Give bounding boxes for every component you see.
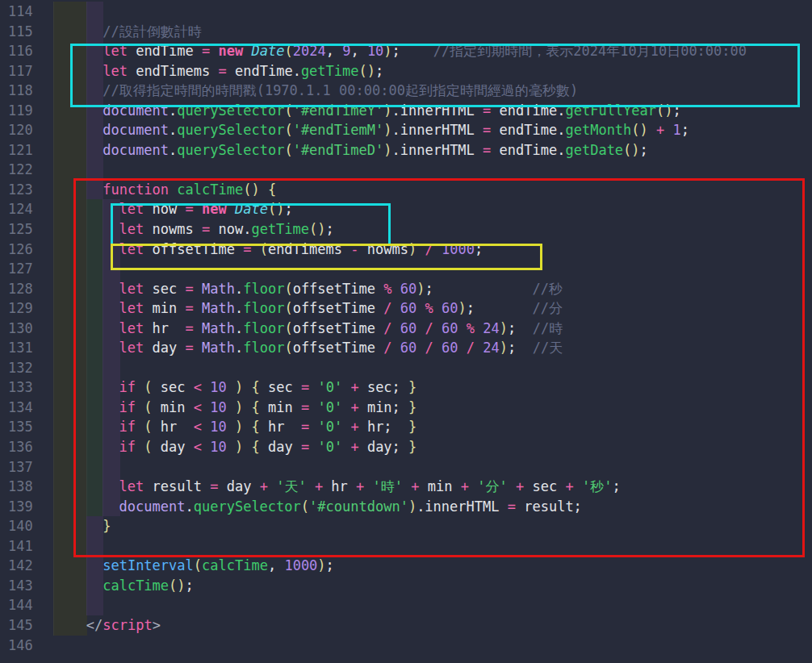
- line-number[interactable]: 126: [0, 240, 53, 260]
- code-line[interactable]: 132: [0, 358, 812, 378]
- code-token: [391, 320, 400, 336]
- line-number[interactable]: 114: [0, 2, 53, 22]
- code-editor[interactable]: 114115//設計倒數計時116let endTime = new Date(…: [0, 0, 812, 663]
- line-number[interactable]: 146: [0, 636, 53, 656]
- code-line[interactable]: 124let now = new Date();: [0, 199, 812, 219]
- code-token: if: [119, 419, 136, 435]
- code-token: (: [284, 300, 292, 316]
- code-line[interactable]: 114: [0, 2, 812, 22]
- code-line[interactable]: 135if ( hr < 10 ) { hr = '0' + hr; }: [0, 417, 812, 437]
- code-token: =: [186, 281, 194, 297]
- code-line[interactable]: 145</script>: [0, 615, 812, 636]
- line-number[interactable]: 122: [0, 160, 53, 180]
- code-line[interactable]: 129let min = Math.floor(offsetTime / 60 …: [0, 298, 812, 319]
- code-line[interactable]: 131let day = Math.floor(offsetTime / 60 …: [0, 338, 812, 358]
- code-token: =: [186, 320, 194, 336]
- code-line[interactable]: 118//取得指定時間的時間戳(1970.1.1 00:00:00起到指定時間經…: [0, 81, 812, 101]
- line-number[interactable]: 138: [0, 477, 53, 497]
- code-token: 60: [400, 281, 416, 297]
- code-token: [309, 419, 317, 435]
- code-line[interactable]: 136if ( day < 10 ) { day = '0' + day; }: [0, 437, 812, 457]
- code-line[interactable]: 117let endTimems = endTime.getTime();: [0, 61, 812, 81]
- code-line[interactable]: 146: [0, 636, 812, 656]
- code-line[interactable]: 133if ( sec < 10 ) { sec = '0' + sec; }: [0, 377, 812, 398]
- line-number[interactable]: 120: [0, 120, 53, 140]
- code-line[interactable]: 128let sec = Math.floor(offsetTime % 60)…: [0, 279, 812, 299]
- code-token: 60: [442, 320, 458, 336]
- code-line[interactable]: 140}: [0, 516, 812, 536]
- code-line[interactable]: 123function calcTime() {: [0, 180, 812, 200]
- code-line[interactable]: 120document.querySelector('#endTiemM').i…: [0, 120, 812, 140]
- line-number[interactable]: 135: [0, 417, 53, 437]
- line-number[interactable]: 145: [0, 615, 53, 636]
- line-number[interactable]: 141: [0, 536, 53, 557]
- code-token: ): [458, 300, 466, 316]
- line-number[interactable]: 133: [0, 377, 53, 398]
- code-text: let offsetTime = (endTimems - nowms) / 1…: [53, 240, 483, 260]
- line-number[interactable]: 125: [0, 219, 53, 240]
- line-number[interactable]: 140: [0, 516, 53, 536]
- line-number[interactable]: 139: [0, 497, 53, 517]
- line-number[interactable]: 132: [0, 358, 53, 378]
- code-line[interactable]: 119document.querySelector('#endTimeY').i…: [0, 101, 812, 121]
- code-token: //設計倒數計時: [103, 23, 201, 40]
- code-line[interactable]: 130let hr = Math.floor(offsetTime / 60 /…: [0, 319, 812, 339]
- line-number[interactable]: 129: [0, 298, 53, 319]
- code-line[interactable]: 144: [0, 595, 812, 615]
- code-line[interactable]: 125let nowms = now.getTime();: [0, 219, 812, 240]
- line-number[interactable]: 131: [0, 338, 53, 358]
- code-token: hr;: [359, 419, 408, 435]
- code-token: ): [500, 340, 508, 356]
- line-number[interactable]: 130: [0, 319, 53, 339]
- code-line[interactable]: 143calcTime();: [0, 576, 812, 596]
- code-token: document: [103, 142, 169, 158]
- code-line[interactable]: 141: [0, 536, 812, 557]
- code-line-content: [53, 259, 812, 279]
- line-number[interactable]: 136: [0, 437, 53, 457]
- line-number[interactable]: 128: [0, 279, 53, 299]
- line-number[interactable]: 127: [0, 259, 53, 279]
- code-token: min: [144, 300, 185, 316]
- code-line[interactable]: 122: [0, 160, 812, 180]
- code-line[interactable]: 127: [0, 259, 812, 279]
- line-number[interactable]: 123: [0, 180, 53, 200]
- line-number[interactable]: 142: [0, 556, 53, 576]
- code-line[interactable]: 116let endTime = new Date(2024, 9, 10); …: [0, 41, 812, 61]
- line-number[interactable]: 116: [0, 41, 53, 61]
- code-token: result: [144, 478, 210, 494]
- code-token: Date: [252, 43, 285, 59]
- code-line[interactable]: 115//設計倒數計時: [0, 22, 812, 42]
- code-line[interactable]: 137: [0, 457, 812, 477]
- code-token: '0': [317, 399, 342, 415]
- code-text: document.querySelector('#countdown').inn…: [53, 497, 582, 517]
- code-text: let min = Math.floor(offsetTime / 60 % 6…: [53, 298, 563, 319]
- code-token: [202, 419, 210, 435]
- line-number[interactable]: 119: [0, 101, 53, 121]
- line-number[interactable]: 124: [0, 199, 53, 219]
- line-number[interactable]: 117: [0, 61, 53, 81]
- line-number[interactable]: 144: [0, 595, 53, 615]
- line-number[interactable]: 143: [0, 576, 53, 596]
- code-token: [227, 201, 235, 217]
- code-token: }: [408, 399, 416, 415]
- code-line[interactable]: 121document.querySelector('#endTimeD').i…: [0, 140, 812, 161]
- code-line[interactable]: 139document.querySelector('#countdown').…: [0, 497, 812, 517]
- code-line-content: let now = new Date();: [53, 199, 812, 219]
- code-token: Math: [202, 320, 235, 336]
- code-line[interactable]: 138let result = day + '天' + hr + '時' + m…: [0, 477, 812, 497]
- code-line[interactable]: 142setInterval(calcTime, 1000);: [0, 556, 812, 576]
- code-token: }: [103, 518, 111, 534]
- code-line-content: let sec = Math.floor(offsetTime % 60); /…: [53, 279, 812, 299]
- code-token: =: [186, 340, 194, 356]
- code-token: querySelector: [177, 142, 284, 158]
- code-line[interactable]: 126let offsetTime = (endTimems - nowms) …: [0, 240, 812, 260]
- line-number[interactable]: 118: [0, 81, 53, 101]
- line-number[interactable]: 115: [0, 22, 53, 42]
- code-token: //取得指定時間的時間戳(1970.1.1 00:00:00起到指定時間經過的毫…: [103, 82, 578, 98]
- line-number[interactable]: 121: [0, 140, 53, 161]
- line-number[interactable]: 137: [0, 457, 53, 477]
- code-token: let: [119, 241, 144, 257]
- line-number[interactable]: 134: [0, 398, 53, 418]
- code-line[interactable]: 134if ( min < 10 ) { min = '0' + min; }: [0, 398, 812, 418]
- code-token: [227, 379, 235, 395]
